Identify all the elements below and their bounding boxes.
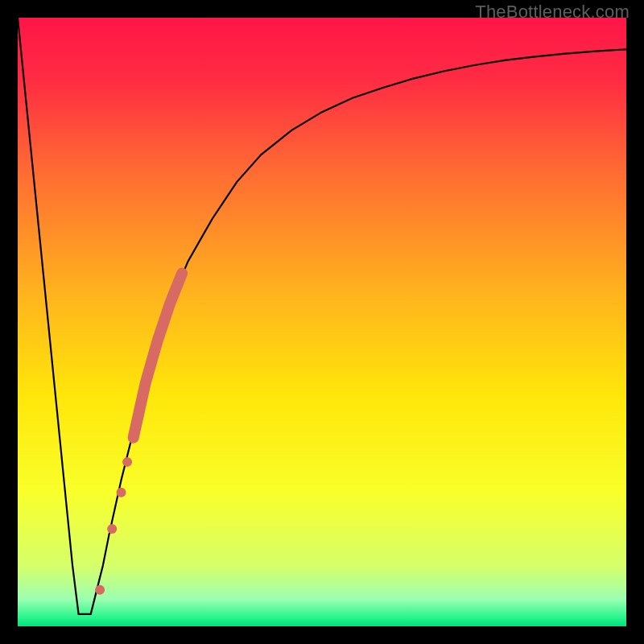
plot-area (18, 18, 626, 626)
chart-frame: TheBottleneck.com (0, 0, 644, 644)
curve-marker (95, 585, 105, 595)
chart-svg (18, 18, 626, 626)
curve-marker (117, 488, 126, 497)
curve-marker (107, 524, 117, 534)
curve-marker (122, 457, 132, 467)
